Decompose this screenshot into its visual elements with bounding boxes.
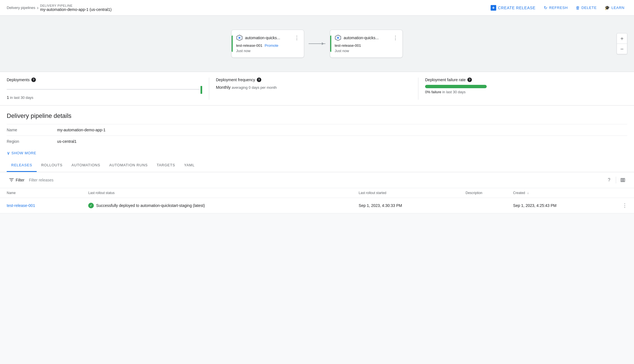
col-rollout-started: Last rollout started bbox=[359, 188, 466, 198]
create-release-button[interactable]: + CREATE RELEASE bbox=[487, 3, 539, 13]
failure-progress-bar bbox=[425, 85, 487, 88]
refresh-button[interactable]: ↻ REFRESH bbox=[541, 3, 570, 13]
zoom-out-button[interactable]: − bbox=[617, 44, 627, 54]
failure-sub: in last 30 days bbox=[442, 90, 465, 94]
top-actions: + CREATE RELEASE ↻ REFRESH 🗑 DELETE 🎓 LE… bbox=[487, 3, 627, 13]
failure-pct: 0% failure bbox=[425, 90, 441, 94]
tab-yaml[interactable]: YAML bbox=[180, 159, 199, 172]
frequency-metric: Deployment frequency ? Monthly averaging… bbox=[209, 78, 418, 100]
filter-label: Filter bbox=[16, 178, 24, 182]
filter-button[interactable]: Filter bbox=[7, 176, 27, 184]
tab-automation-runs[interactable]: AUTOMATION RUNS bbox=[105, 159, 152, 172]
chevron-down-icon: ∨ bbox=[7, 150, 10, 156]
tab-releases[interactable]: RELEASES bbox=[7, 159, 37, 172]
frequency-label: Deployment frequency ? bbox=[216, 78, 411, 82]
zoom-in-button[interactable]: + bbox=[617, 34, 627, 44]
row-more-button[interactable]: ⋮ bbox=[620, 201, 630, 210]
col-description: Description bbox=[466, 188, 513, 198]
pipeline-arrow bbox=[304, 43, 330, 44]
breadcrumb-section-label: DELIVERY PIPELINE bbox=[40, 4, 111, 7]
sort-icon: ↓ bbox=[527, 191, 529, 195]
col-actions bbox=[620, 188, 634, 198]
top-bar: Delivery pipelines › DELIVERY PIPELINE m… bbox=[0, 0, 634, 16]
failure-help-icon[interactable]: ? bbox=[467, 78, 472, 82]
releases-table: Name Last rollout status Last rollout st… bbox=[0, 188, 634, 213]
node-2-release: test-release-001 bbox=[335, 43, 361, 48]
breadcrumb-chevron-icon: › bbox=[37, 5, 38, 10]
failure-label-text: Deployment failure rate bbox=[425, 78, 466, 82]
col-rollout-status: Last rollout status bbox=[88, 188, 359, 198]
breadcrumb-link[interactable]: Delivery pipelines bbox=[7, 6, 35, 10]
svg-point-3 bbox=[337, 37, 339, 39]
rollout-status-row: ✓ Successfully deployed to automation-qu… bbox=[88, 203, 354, 208]
table-row: test-release-001 ✓ Successfully deployed… bbox=[0, 198, 634, 213]
column-divider bbox=[616, 177, 616, 183]
status-check-icon: ✓ bbox=[88, 203, 94, 208]
frequency-help-icon[interactable]: ? bbox=[257, 78, 261, 82]
breadcrumb: Delivery pipelines › DELIVERY PIPELINE m… bbox=[7, 4, 484, 12]
release-name-cell: test-release-001 bbox=[0, 198, 88, 213]
node-2-time: Just now bbox=[335, 49, 398, 53]
node-2-more-button[interactable]: ⋮ bbox=[393, 35, 398, 41]
node-1-time: Just now bbox=[236, 49, 299, 53]
frequency-value-row: Monthly averaging 0 days per month bbox=[216, 85, 411, 90]
arrow-line bbox=[309, 43, 325, 44]
frequency-value: Monthly bbox=[216, 85, 231, 90]
tab-rollouts[interactable]: ROLLOUTS bbox=[37, 159, 67, 172]
tab-targets[interactable]: TARGETS bbox=[152, 159, 180, 172]
breadcrumb-current: DELIVERY PIPELINE my-automation-demo-app… bbox=[40, 4, 111, 12]
details-row-name: Name my-automation-demo-app-1 bbox=[7, 124, 627, 136]
frequency-sub: averaging 0 days per month bbox=[232, 85, 277, 90]
svg-rect-5 bbox=[622, 178, 623, 182]
filter-help-button[interactable]: ? bbox=[605, 176, 614, 185]
col-name: Name bbox=[0, 188, 88, 198]
svg-point-1 bbox=[239, 37, 240, 39]
node-1-gke-icon bbox=[236, 34, 243, 41]
refresh-label: REFRESH bbox=[549, 6, 568, 10]
release-name-link[interactable]: test-release-001 bbox=[7, 203, 35, 208]
rollout-status-text: Successfully deployed to automation-quic… bbox=[96, 203, 205, 208]
deploy-empty-bar bbox=[7, 89, 200, 90]
pipeline-node-2: automation-quicks... ⋮ test-release-001 … bbox=[330, 30, 403, 58]
details-title: Delivery pipeline details bbox=[7, 112, 627, 120]
delete-label: DELETE bbox=[581, 6, 596, 10]
column-options-button[interactable] bbox=[618, 176, 627, 185]
col-created[interactable]: Created ↓ bbox=[513, 188, 620, 198]
deployments-count: 1 bbox=[7, 95, 9, 100]
table-header-row: Name Last rollout status Last rollout st… bbox=[0, 188, 634, 198]
failure-metric: Deployment failure rate ? 0% failure in … bbox=[418, 78, 627, 100]
filter-icon bbox=[9, 178, 14, 183]
tab-automations[interactable]: AUTOMATIONS bbox=[67, 159, 105, 172]
learn-button[interactable]: 🎓 LEARN bbox=[602, 3, 627, 13]
show-more-label: SHOW MORE bbox=[11, 151, 36, 155]
filter-right: ? bbox=[605, 176, 627, 185]
node-2-name: automation-quicks... bbox=[344, 36, 379, 40]
show-more-button[interactable]: ∨ SHOW MORE bbox=[7, 147, 36, 159]
node-2-release-row: test-release-001 bbox=[335, 43, 398, 48]
node-1-promote-link[interactable]: Promote bbox=[265, 43, 278, 48]
node-1-more-button[interactable]: ⋮ bbox=[294, 35, 299, 41]
row-actions-cell: ⋮ bbox=[620, 198, 634, 213]
pipeline-nodes: automation-quicks... ⋮ test-release-001 … bbox=[231, 30, 403, 58]
details-region-value: us-central1 bbox=[57, 136, 627, 147]
failure-label: Deployment failure rate ? bbox=[425, 78, 621, 82]
delete-button[interactable]: 🗑 DELETE bbox=[573, 3, 600, 12]
deployments-help-icon[interactable]: ? bbox=[31, 78, 36, 82]
deployments-period: in last 30 days bbox=[10, 95, 33, 100]
node-1-release-row: test-release-001 Promote bbox=[236, 43, 299, 48]
deployments-value-row: 1 in last 30 days bbox=[7, 95, 202, 100]
deployments-metric: Deployments ? 1 in last 30 days bbox=[7, 78, 209, 100]
details-section: Delivery pipeline details Name my-automa… bbox=[0, 106, 634, 159]
zoom-controls: + − bbox=[617, 33, 627, 54]
filter-placeholder: Filter releases bbox=[29, 178, 602, 182]
details-name-value: my-automation-demo-app-1 bbox=[57, 124, 627, 136]
node-1-release: test-release-001 bbox=[236, 43, 262, 48]
node-2-gke-icon bbox=[335, 34, 341, 41]
rollout-status-cell: ✓ Successfully deployed to automation-qu… bbox=[88, 198, 359, 213]
tabs-bar: RELEASES ROLLOUTS AUTOMATIONS AUTOMATION… bbox=[0, 159, 634, 172]
deployments-label: Deployments ? bbox=[7, 78, 202, 82]
column-options-icon bbox=[620, 178, 625, 183]
description-cell bbox=[466, 198, 513, 213]
node-1-header: automation-quicks... ⋮ bbox=[236, 34, 299, 41]
rollout-started-cell: Sep 1, 2023, 4:30:33 PM bbox=[359, 198, 466, 213]
